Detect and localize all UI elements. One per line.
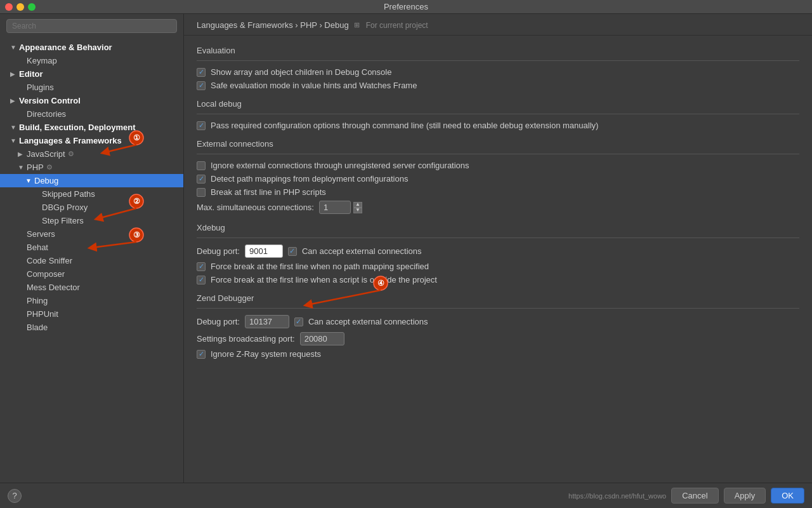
max-connections-input[interactable]	[319, 201, 351, 214]
checkbox-pass-config[interactable]	[197, 121, 206, 130]
section-evaluation-title: Evaluation	[197, 46, 799, 55]
spinner-control[interactable]: ▲ ▼	[353, 202, 362, 213]
sidebar-item-code-sniffer[interactable]: Code Sniffer	[0, 254, 183, 267]
check-label-break-first: Break at first line in PHP scripts	[211, 187, 326, 197]
checkbox-ignore-external[interactable]	[197, 161, 206, 170]
expand-icon: ▼	[18, 164, 25, 171]
sidebar-item-composer[interactable]: Composer	[0, 267, 183, 281]
checkbox-break-first[interactable]	[197, 188, 206, 197]
sidebar-item-label: Debug	[34, 176, 58, 185]
check-row-force-break-outside: Force break at the first line when a scr…	[197, 275, 799, 284]
expand-icon: ▼	[25, 177, 33, 184]
breadcrumb: Languages & Frameworks › PHP › Debug ⊞ F…	[184, 14, 812, 36]
checkbox-ignore-zray[interactable]	[197, 350, 206, 359]
checkbox-safe-eval[interactable]	[197, 81, 206, 90]
sidebar-item-step-filters[interactable]: Step Filters	[0, 214, 183, 227]
sidebar-item-label: Blade	[27, 323, 48, 332]
expand-icon: ▼	[10, 124, 18, 131]
sidebar-item-blade[interactable]: Blade	[0, 321, 183, 334]
main-layout: ▼ Appearance & Behavior Keymap ▶ Editor …	[0, 14, 812, 483]
expand-icon: ▶	[18, 150, 25, 157]
section-zend-title: Zend Debugger	[197, 293, 799, 303]
check-label-ignore-external: Ignore external connections through unre…	[211, 161, 469, 170]
check-label-force-break-mapping: Force break at the first line when no pa…	[211, 262, 429, 271]
bottom-left: ?	[8, 489, 22, 503]
sidebar-item-javascript[interactable]: ▶ JavaScript ⚙	[0, 147, 183, 161]
check-row-detect-path: Detect path mappings from deployment con…	[197, 174, 799, 184]
sidebar-item-directories[interactable]: Directories	[0, 107, 183, 121]
max-connections-row: Max. simultaneous connections: ▲ ▼	[197, 201, 799, 214]
sidebar-item-label: Version Control	[19, 96, 81, 105]
zend-port-input[interactable]	[245, 315, 289, 328]
checkbox-detect-path[interactable]	[197, 175, 206, 184]
search-input[interactable]	[6, 19, 177, 33]
ok-button[interactable]: OK	[771, 488, 804, 504]
spinner-down[interactable]: ▼	[353, 208, 362, 213]
check-row-safe-eval: Safe evaluation mode in value hints and …	[197, 81, 799, 90]
can-accept-label: Can accept external connections	[302, 246, 422, 256]
zend-port-row: Debug port: Can accept external connecti…	[197, 315, 799, 328]
expand-icon: ▼	[10, 44, 18, 51]
window-controls[interactable]	[5, 3, 36, 11]
sidebar-item-languages[interactable]: ▼ Languages & Frameworks	[0, 134, 183, 147]
sidebar-item-php[interactable]: ▼ PHP ⚙	[0, 161, 183, 174]
sidebar-item-mess-detector[interactable]: Mess Detector	[0, 281, 183, 294]
sidebar-item-appearance[interactable]: ▼ Appearance & Behavior	[0, 41, 183, 54]
xdebug-port-input[interactable]	[245, 244, 283, 258]
content-area: Languages & Frameworks › PHP › Debug ⊞ F…	[184, 14, 812, 483]
sidebar-item-label: Editor	[19, 69, 43, 79]
section-external-title: External connections	[197, 139, 799, 149]
sidebar-item-plugins[interactable]: Plugins	[0, 81, 183, 94]
sidebar-item-skipped-paths[interactable]: Skipped Paths	[0, 187, 183, 201]
expand-icon: ▼	[10, 137, 18, 144]
sidebar: ▼ Appearance & Behavior Keymap ▶ Editor …	[0, 14, 184, 483]
sidebar-item-dbgp-proxy[interactable]: DBGp Proxy	[0, 201, 183, 214]
sidebar-item-phing[interactable]: Phing	[0, 294, 183, 307]
checkbox-force-break-outside[interactable]	[197, 276, 206, 284]
check-row-ignore-external: Ignore external connections through unre…	[197, 161, 799, 170]
sidebar-item-label: Plugins	[27, 83, 54, 92]
checkbox-force-break-mapping[interactable]	[197, 262, 206, 271]
minimize-button[interactable]	[16, 3, 24, 11]
checkbox-can-accept-xdebug[interactable]	[288, 247, 297, 256]
check-row-pass-config: Pass required configuration options thro…	[197, 121, 799, 130]
sidebar-tree: ▼ Appearance & Behavior Keymap ▶ Editor …	[0, 38, 183, 483]
sidebar-item-label: Servers	[27, 229, 55, 239]
apply-button[interactable]: Apply	[724, 488, 766, 504]
sidebar-item-editor[interactable]: ▶ Editor	[0, 67, 183, 81]
pin-icon[interactable]: ⊞	[354, 21, 360, 29]
zend-broadcast-input[interactable]	[300, 332, 344, 345]
cancel-button[interactable]: Cancel	[671, 488, 718, 504]
zend-broadcast-label: Settings broadcasting port:	[197, 334, 295, 344]
xdebug-port-row: Debug port: Can accept external connecti…	[197, 244, 799, 258]
sidebar-item-servers[interactable]: Servers	[0, 227, 183, 241]
sidebar-item-keymap[interactable]: Keymap	[0, 54, 183, 67]
zend-broadcast-row: Settings broadcasting port:	[197, 332, 799, 345]
checkbox-show-array[interactable]	[197, 68, 206, 77]
close-button[interactable]	[5, 3, 13, 11]
bottom-bar: ? https://blog.csdn.net/hfut_wowo Cancel…	[0, 483, 812, 508]
title-bar: Preferences	[0, 0, 812, 14]
checkbox-can-accept-zend[interactable]	[294, 318, 303, 326]
sidebar-item-label: PHPUnit	[27, 309, 58, 319]
check-row-show-array: Show array and object children in Debug …	[197, 67, 799, 77]
sidebar-item-label: JavaScript	[27, 149, 65, 159]
help-button[interactable]: ?	[8, 489, 22, 503]
check-row-ignore-zray: Ignore Z-Ray system requests	[197, 349, 799, 359]
sidebar-item-version-control[interactable]: ▶ Version Control	[0, 94, 183, 107]
sidebar-item-label: Build, Execution, Deployment	[19, 123, 135, 132]
check-label-show-array: Show array and object children in Debug …	[211, 67, 391, 77]
sidebar-item-label: Skipped Paths	[42, 189, 95, 199]
zend-can-accept-label: Can accept external connections	[308, 317, 428, 326]
check-label-detect-path: Detect path mappings from deployment con…	[211, 174, 408, 184]
sidebar-item-phpunit[interactable]: PHPUnit	[0, 307, 183, 321]
sidebar-item-build[interactable]: ▼ Build, Execution, Deployment	[0, 121, 183, 134]
settings-icon: ⚙	[46, 163, 53, 171]
sidebar-item-label: Phing	[27, 296, 48, 305]
sidebar-item-debug[interactable]: ▼ Debug	[0, 174, 183, 187]
maximize-button[interactable]	[28, 3, 36, 11]
sidebar-item-behat[interactable]: Behat	[0, 241, 183, 254]
bottom-right: https://blog.csdn.net/hfut_wowo Cancel A…	[568, 488, 804, 504]
sidebar-item-label: PHP	[27, 163, 44, 172]
sidebar-item-label: Appearance & Behavior	[19, 43, 112, 52]
